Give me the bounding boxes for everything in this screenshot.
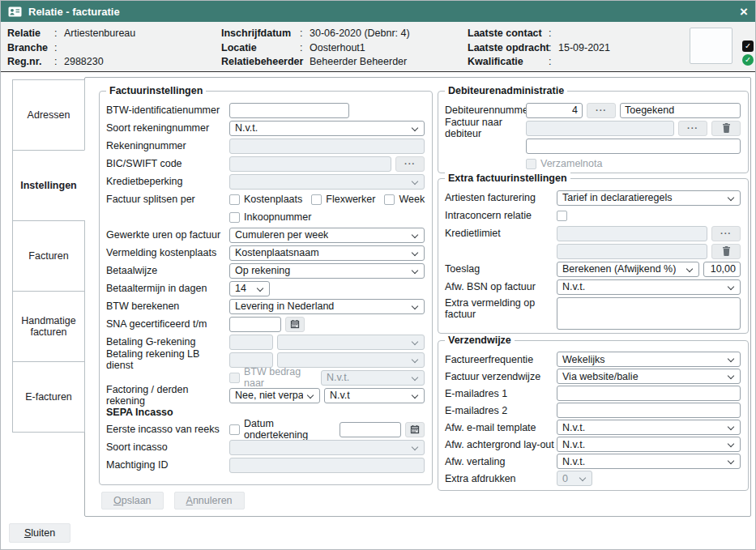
dialog-window: Relatie - facturatie × Relatie:Artiesten…	[0, 0, 756, 550]
field-label: E-mailadres 1	[445, 388, 557, 399]
field-label: Relatie	[7, 27, 54, 41]
field-label: Debiteurennummer	[445, 104, 526, 116]
factoring-select[interactable]: Nee, niet verpand	[229, 388, 320, 403]
group-debiteurenadministratie: Debiteurenadministratie Debiteurennummer…	[438, 91, 749, 173]
kredietlimiet-delete-button[interactable]	[711, 244, 741, 259]
btw-bedrag-select: N.v.t.	[321, 370, 425, 386]
header-column-3: Laatste contact: Laatste opdracht:15-09-…	[468, 27, 610, 70]
chevron-down-icon	[412, 373, 418, 380]
group-extra-factuurinstellingen: Extra factuurinstellingen Artiesten fact…	[438, 178, 749, 334]
field-label: Afw. vertaling	[445, 456, 557, 467]
ondertekening-calendar-button[interactable]	[405, 422, 425, 437]
factuur-debiteur-lookup-button[interactable]: ···	[678, 121, 707, 136]
afw-bsn-select[interactable]: N.v.t.	[557, 279, 741, 295]
relation-header: Relatie:Artiestenbureau Branche: Reg.nr.…	[1, 22, 755, 72]
g-rekening-number-input	[229, 335, 273, 350]
extra-vermelding-textarea[interactable]	[557, 297, 741, 330]
rekeningnummer-input	[229, 139, 425, 154]
verzamelnota-checkbox	[526, 159, 536, 169]
tab-instellingen[interactable]: Instellingen	[12, 150, 85, 221]
kredietlimiet-lookup-button[interactable]: ···	[711, 226, 741, 241]
chevron-down-icon	[728, 441, 734, 447]
btw-id-input[interactable]	[229, 103, 349, 118]
field-label: Toeslag	[445, 263, 557, 275]
machtiging-id-input	[229, 458, 425, 473]
calendar-icon	[410, 424, 420, 434]
kredietbeperking-select	[229, 174, 425, 190]
week-checkbox[interactable]	[384, 194, 395, 205]
chevron-down-icon	[412, 231, 418, 237]
afw-email-template-select[interactable]: N.v.t.	[557, 420, 741, 435]
tab-facturen[interactable]: Facturen	[12, 220, 85, 292]
tab-handmatige-facturen[interactable]: Handmatige facturen	[12, 291, 85, 362]
vermelding-kostenplaats-select[interactable]: Kostenplaatsnaam	[229, 245, 425, 261]
intraconcern-checkbox[interactable]	[557, 211, 567, 221]
lb-dienst-number-input	[229, 352, 273, 368]
active-checkbox-icon[interactable]: ✓	[742, 41, 754, 52]
soort-rekeningnummer-select[interactable]: N.v.t.	[229, 121, 425, 136]
field-label: Laatste opdracht	[468, 41, 549, 56]
tab-adressen[interactable]: Adressen	[12, 79, 85, 151]
cancel-button[interactable]: Annuleren	[174, 492, 245, 509]
kredietlimiet-extra-input	[557, 244, 707, 259]
afw-achtergrond-layout-select[interactable]: N.v.t.	[557, 437, 741, 452]
save-button[interactable]: Opslaan	[101, 492, 164, 509]
gewerkte-uren-select[interactable]: Cumuleren per week	[229, 228, 425, 243]
factuur-verzendwijze-select[interactable]: Via website/balie	[557, 369, 741, 384]
datum-ondertekening-input[interactable]	[340, 422, 401, 437]
field-value: Oosterhout1	[310, 41, 365, 56]
field-label: Gewerkte uren op factuur	[106, 229, 229, 241]
toeslag-percentage-input[interactable]	[703, 262, 741, 277]
group-title: Factuurinstellingen	[106, 85, 206, 96]
factoring-rekening-select[interactable]: N.v.t	[324, 388, 425, 403]
group-title: Verzendwijze	[445, 335, 515, 346]
artiesten-facturering-select[interactable]: Tarief in declaratieregels	[557, 190, 741, 206]
kostenplaats-checkbox[interactable]	[229, 194, 240, 205]
btw-berekenen-select[interactable]: Levering in Nederland	[229, 299, 425, 314]
relation-card-icon	[8, 6, 22, 17]
kredietlimiet-input	[557, 226, 707, 241]
field-label: BTW berekenen	[106, 301, 229, 312]
group-factuurinstellingen: Factuurinstellingen BTW-identificatienum…	[99, 91, 433, 485]
factureerfrequentie-select[interactable]: Wekelijks	[557, 352, 741, 367]
debiteur-lookup-button[interactable]: ···	[587, 103, 616, 118]
chevron-down-icon	[579, 475, 586, 481]
lb-dienst-select	[277, 352, 425, 368]
field-label: Kwalificatie	[468, 55, 549, 70]
field-value: 2988230	[64, 55, 104, 70]
inkoopnummer-checkbox[interactable]	[229, 212, 240, 223]
toeslag-select[interactable]: Berekenen (Afwijkend %)	[557, 262, 699, 277]
afw-vertaling-select[interactable]: N.v.t.	[557, 454, 741, 469]
trash-icon	[722, 123, 731, 133]
sna-calendar-button[interactable]	[285, 317, 305, 332]
chevron-down-icon	[686, 265, 693, 271]
chevron-down-icon	[728, 458, 734, 464]
field-label: BIC/SWIFT code	[106, 158, 229, 169]
eerste-incasso-checkbox[interactable]	[229, 424, 240, 435]
emailadres-2-input[interactable]	[557, 403, 741, 418]
bic-lookup-button[interactable]: ···	[395, 156, 425, 172]
field-value: Artiestenbureau	[64, 27, 135, 41]
photo-placeholder	[690, 28, 733, 64]
extra-afdrukken-select: 0	[557, 471, 592, 486]
field-label: Afw. BSN op factuur	[445, 281, 557, 292]
chevron-down-icon	[412, 177, 418, 184]
tab-e-facturen[interactable]: E-facturen	[12, 361, 85, 433]
field-label: Extra afdrukken	[445, 473, 557, 484]
chevron-down-icon	[728, 373, 734, 379]
factuur-debiteur-delete-button[interactable]	[711, 121, 741, 136]
sna-date-input[interactable]	[229, 317, 281, 332]
flexwerker-checkbox[interactable]	[311, 194, 322, 205]
debiteurennummer-input[interactable]	[526, 103, 583, 118]
debiteur-extra-input[interactable]	[526, 139, 741, 154]
field-label: Factoring / derden rekening	[106, 384, 229, 407]
betaaltermijn-select[interactable]: 14	[229, 281, 270, 296]
soort-incasso-select	[229, 440, 425, 455]
field-label: SNA gecertificeerd t/m	[106, 318, 229, 330]
close-window-button[interactable]: Sluiten	[9, 523, 70, 543]
close-icon[interactable]: ×	[740, 5, 748, 19]
betaalwijze-select[interactable]: Op rekening	[229, 263, 425, 279]
main-area: Adressen Instellingen Facturen Handmatig…	[1, 72, 755, 549]
header-column-1: Relatie:Artiestenbureau Branche: Reg.nr.…	[7, 27, 135, 70]
emailadres-1-input[interactable]	[557, 386, 741, 401]
